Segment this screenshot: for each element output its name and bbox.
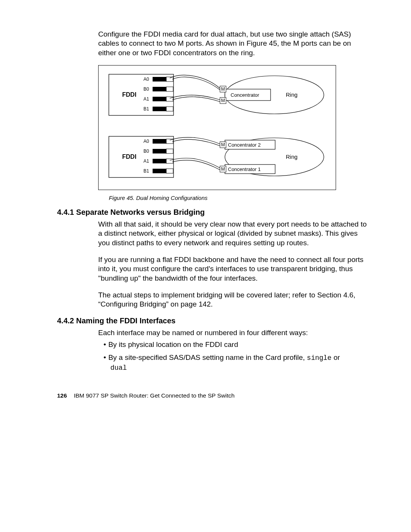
code-dual: dual [110, 364, 127, 372]
port-b1-bot: B1 [143, 168, 149, 174]
s441-para1: With all that said, it should be very cl… [98, 220, 369, 248]
svg-rect-8 [166, 107, 173, 111]
svg-rect-18 [153, 159, 166, 163]
figure-45: FDDI A0 B0 A1 B1 Ring Concentrato [98, 65, 336, 201]
port-a1-bot: A1 [143, 158, 149, 164]
svg-rect-19 [166, 159, 173, 163]
port-b1-top: B1 [143, 106, 149, 112]
intro-paragraph: Configure the FDDI media card for dual a… [98, 30, 369, 58]
code-single: single [307, 354, 331, 362]
port-b0-top: B0 [143, 86, 149, 92]
bullet-2-text-pre: By a site-specified SAS/DAS setting name… [108, 353, 307, 361]
svg-rect-7 [153, 107, 166, 111]
bullet-1: •By its physical location on the FDDI ca… [104, 340, 369, 350]
port-a0-top: A0 [143, 77, 149, 82]
m-box-top-2: M [221, 98, 225, 103]
bullet-2-mid: or [331, 353, 340, 361]
port-a1-top: A1 [143, 96, 149, 102]
svg-rect-15 [166, 139, 173, 144]
svg-rect-17 [166, 149, 173, 153]
svg-rect-5 [153, 97, 166, 101]
ring-label-top: Ring [286, 91, 298, 98]
fddi-card-label-top: FDDI [122, 91, 136, 98]
s441-para2: If you are running a flat FDDI backbone … [98, 255, 369, 283]
page-number: 126 [57, 392, 67, 399]
concentrator-1: Concentrator 1 [228, 166, 261, 172]
book-title: IBM 9077 SP Switch Router: Get Connected… [74, 392, 234, 399]
concentrator-2: Concentrator 2 [228, 142, 261, 148]
s441-para3: The actual steps to implement bridging w… [98, 291, 369, 309]
svg-rect-16 [153, 149, 166, 153]
svg-rect-1 [153, 77, 166, 81]
svg-rect-21 [166, 169, 173, 173]
ring-label-bottom: Ring [286, 153, 298, 160]
port-b0-bot: B0 [143, 149, 149, 154]
page-footer: 126IBM 9077 SP Switch Router: Get Connec… [57, 392, 369, 399]
heading-4-4-1: 4.4.1 Separate Networks versus Bridging [57, 208, 369, 217]
svg-rect-14 [153, 139, 166, 144]
port-a0-bot: A0 [143, 139, 149, 144]
figure-caption: Figure 45. Dual Homing Configurations [109, 195, 336, 201]
svg-rect-4 [166, 87, 173, 91]
s442-intro: Each interface may be named or numbered … [98, 328, 369, 337]
heading-4-4-2: 4.4.2 Naming the FDDI Interfaces [57, 316, 369, 325]
m-box-bot-upper: M [221, 142, 225, 147]
svg-rect-2 [166, 77, 173, 81]
concentrator-top: Concentrator [231, 92, 260, 98]
bullet-2: •By a site-specified SAS/DAS setting nam… [104, 353, 369, 372]
m-box-top-1: M [221, 86, 225, 92]
bullet-1-text: By its physical location on the FDDI car… [108, 340, 238, 348]
fddi-card-label-bottom: FDDI [122, 153, 136, 160]
svg-rect-3 [153, 87, 166, 91]
m-box-bot-lower: M [221, 166, 225, 172]
svg-rect-20 [153, 169, 166, 173]
